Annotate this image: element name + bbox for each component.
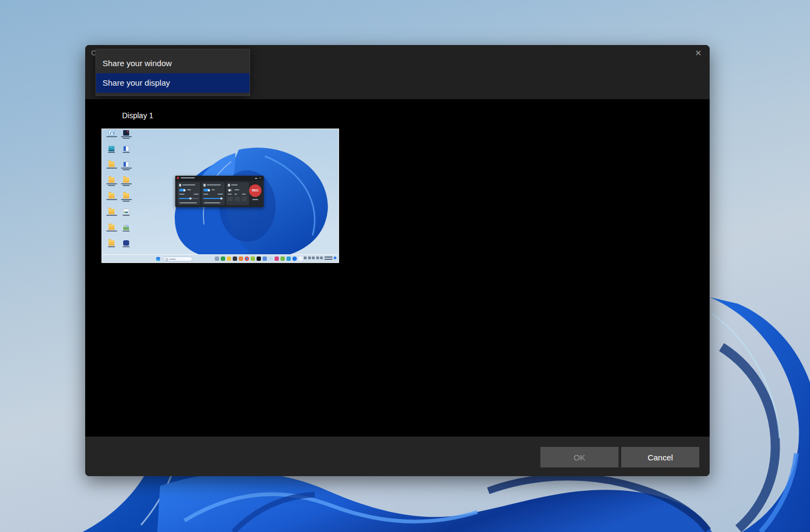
tray-icon: [316, 257, 319, 259]
chrome-icon: [245, 257, 249, 261]
notebook-app-icon: [239, 257, 243, 261]
taskbar-search-pill: [163, 257, 193, 261]
folder-icon: [104, 193, 119, 209]
recorder-app-icon: [177, 177, 179, 179]
thumbnail-desktop-icons: [104, 130, 135, 255]
share-type-dropdown: Share your window Share your display: [95, 49, 250, 96]
thumbnail-taskbar: [102, 254, 339, 262]
video-file-icon: [119, 130, 133, 146]
mic-volume-slider: [179, 198, 199, 199]
folder-icon: [119, 193, 133, 209]
ok-button[interactable]: OK: [540, 447, 618, 467]
monitor-shortcut-icon: [104, 146, 119, 162]
minimize-icon: [255, 178, 257, 179]
tray-icon: [312, 257, 315, 259]
system-audio-toggle-on: [203, 189, 210, 191]
webcam-icon: [228, 184, 230, 187]
close-icon: ×: [259, 177, 262, 180]
camera-app-icon: [233, 257, 237, 261]
close-icon[interactable]: ✕: [692, 47, 705, 59]
app-icon: [221, 257, 225, 261]
tray-icon: [320, 257, 323, 259]
microphone-panel: [177, 182, 200, 205]
folder-icon: [104, 177, 119, 193]
cancel-button[interactable]: Cancel: [621, 447, 699, 467]
word-doc-icon: [119, 146, 133, 162]
mic-toggle-on: [179, 189, 186, 191]
tray-icon: [308, 257, 311, 259]
folder-icon: [104, 162, 119, 177]
app-shortcut-icon: [119, 240, 133, 256]
app-icon: [280, 257, 285, 261]
file-explorer-icon: [215, 257, 219, 261]
word-doc-icon: [119, 162, 133, 177]
tray-chevron-icon: [304, 257, 307, 259]
edge-icon: [269, 257, 273, 261]
app-icon: [298, 257, 303, 261]
start-button-icon: [156, 257, 160, 261]
excel-like-icon: [286, 257, 291, 261]
tray-clock: [324, 257, 333, 260]
display-1-label: Display 1: [122, 111, 154, 120]
folder-app-icon: [227, 257, 231, 261]
share-dialog: C ✕ Share your window Share your display…: [85, 45, 710, 476]
photo-file-icon: [119, 209, 133, 225]
folder-icon: [104, 240, 119, 256]
browser-icon: [292, 257, 297, 261]
image-gallery-icon: [119, 225, 133, 240]
webcam-timer-panel: [226, 182, 249, 205]
system-audio-panel: [202, 182, 225, 205]
screen-recorder-window: ×: [175, 176, 264, 207]
desktop-wallpaper: C ✕ Share your window Share your display…: [0, 0, 810, 532]
folder-icon: [104, 225, 119, 240]
rec-button: REC: [249, 184, 262, 197]
recorder-titlebar: ×: [175, 176, 264, 181]
dropdown-item-share-display[interactable]: Share your display: [96, 73, 250, 93]
recycle-bin-icon: [104, 130, 119, 146]
notification-badge: [334, 257, 336, 259]
folder-icon: [119, 177, 133, 193]
microphone-icon: [179, 184, 181, 187]
dropdown-item-share-window[interactable]: Share your window: [96, 54, 250, 73]
timer-sec-spinner: [242, 197, 247, 201]
taskbar-app-icons: [215, 257, 303, 261]
folder-icon: [104, 209, 119, 225]
app-icon: [275, 257, 279, 261]
app-icon: [251, 257, 255, 261]
display-1-thumbnail[interactable]: ×: [101, 129, 339, 263]
webcam-toggle-off: [228, 189, 232, 191]
speaker-icon: [203, 184, 206, 187]
system-volume-slider: [203, 198, 223, 199]
timer-min-spinner: [235, 197, 240, 201]
x-app-icon: [257, 257, 261, 261]
app-icon: [263, 257, 267, 261]
timer-hour-spinner: [228, 197, 233, 201]
system-tray: [304, 257, 336, 260]
